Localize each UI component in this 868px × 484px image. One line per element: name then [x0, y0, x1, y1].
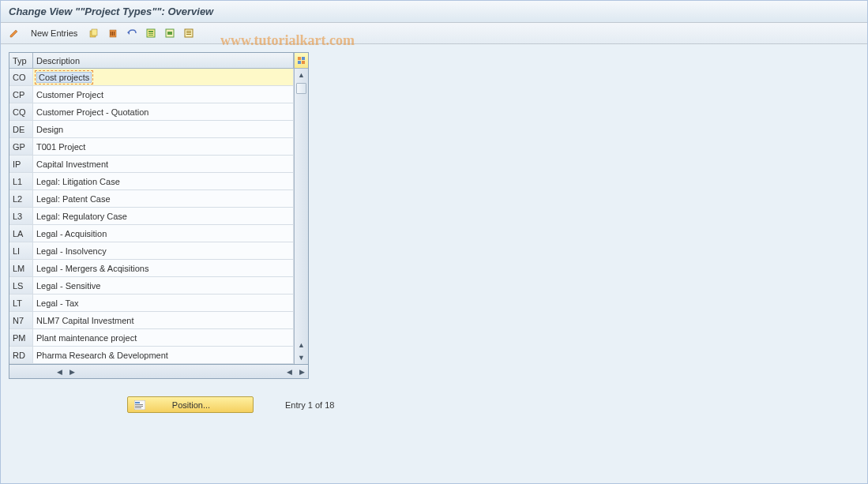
cell-typ[interactable]: GP: [9, 138, 33, 155]
cell-typ[interactable]: L2: [9, 190, 33, 207]
table-row[interactable]: CQCustomer Project - Quotation: [9, 103, 294, 121]
copy-icon[interactable]: [87, 26, 101, 40]
table-row[interactable]: LMLegal - Mergers & Acqisitions: [9, 260, 294, 277]
table-row[interactable]: L1Legal: Litigation Case: [9, 173, 294, 190]
cell-description[interactable]: Legal - Acquisition: [33, 225, 294, 242]
cell-typ[interactable]: L1: [9, 173, 33, 189]
cell-typ[interactable]: N7: [9, 312, 33, 328]
cell-description[interactable]: Capital Investment: [33, 156, 294, 172]
cell-typ[interactable]: CO: [9, 69, 33, 85]
delete-icon[interactable]: [106, 26, 120, 40]
svg-rect-9: [148, 35, 153, 36]
table-row[interactable]: GPT001 Project: [9, 138, 294, 156]
table-row[interactable]: RDPharma Research & Development: [9, 347, 294, 364]
svg-rect-16: [298, 57, 301, 60]
cell-typ[interactable]: CP: [9, 86, 33, 103]
table-row[interactable]: L3Legal: Regulatory Case: [9, 208, 294, 225]
position-icon: [134, 400, 145, 410]
svg-rect-18: [298, 61, 301, 64]
scroll-up-icon[interactable]: ▲: [295, 69, 308, 81]
cell-typ[interactable]: LM: [9, 260, 33, 276]
cell-typ[interactable]: RD: [9, 347, 33, 363]
position-button-label: Position...: [153, 400, 229, 410]
scroll-left-icon[interactable]: ◀: [53, 368, 66, 376]
undo-icon[interactable]: [125, 26, 139, 40]
toolbar: New Entries: [1, 23, 867, 44]
scroll-left-step-icon[interactable]: ◀: [283, 368, 295, 376]
cell-description[interactable]: Customer Project - Quotation: [33, 103, 294, 120]
svg-rect-24: [135, 407, 141, 408]
svg-rect-21: [135, 402, 140, 403]
scroll-right-step-icon[interactable]: ▶: [66, 368, 78, 376]
cell-typ[interactable]: LI: [9, 242, 33, 259]
page-title: Change View ""Project Types"": Overview: [1, 1, 867, 23]
cell-typ[interactable]: LA: [9, 225, 33, 242]
cell-typ[interactable]: LS: [9, 277, 33, 294]
pencil-edit-icon[interactable]: [7, 26, 21, 40]
cell-typ[interactable]: PM: [9, 329, 33, 346]
svg-rect-19: [302, 61, 305, 64]
cell-description[interactable]: Legal: Litigation Case: [33, 173, 294, 189]
table-row[interactable]: DEDesign: [9, 121, 294, 138]
svg-rect-5: [114, 32, 115, 36]
svg-rect-15: [186, 34, 191, 35]
table-row[interactable]: LSLegal - Sensitive: [9, 277, 294, 295]
cell-typ[interactable]: IP: [9, 156, 33, 172]
scroll-step-up-icon[interactable]: ▲: [295, 339, 308, 351]
svg-rect-14: [186, 32, 191, 33]
table-config-icon[interactable]: [295, 53, 308, 69]
cell-typ[interactable]: LT: [9, 295, 33, 311]
entry-status-text: Entry 1 of 18: [285, 400, 334, 410]
table-row[interactable]: LTLegal - Tax: [9, 295, 294, 312]
cell-description[interactable]: Legal - Insolvency: [33, 242, 294, 259]
scroll-thumb[interactable]: [296, 83, 306, 94]
cell-description[interactable]: Legal: Regulatory Case: [33, 208, 294, 224]
cell-description[interactable]: Pharma Research & Development: [33, 347, 294, 363]
svg-rect-7: [148, 31, 153, 32]
table-row[interactable]: COCost projects: [9, 69, 294, 86]
cell-description[interactable]: T001 Project: [33, 138, 294, 155]
horizontal-scrollbar[interactable]: ◀ ▶ ◀ ▶: [9, 365, 309, 379]
svg-rect-8: [148, 33, 153, 34]
svg-rect-4: [112, 32, 113, 36]
table-row[interactable]: IPCapital Investment: [9, 156, 294, 173]
table-row[interactable]: CPCustomer Project: [9, 86, 294, 103]
project-types-table: Typ Description COCost projectsCPCustome…: [9, 52, 309, 365]
svg-rect-23: [135, 406, 143, 407]
svg-rect-22: [135, 404, 143, 405]
deselect-all-icon[interactable]: [182, 26, 196, 40]
vertical-scrollbar[interactable]: ▲ ▲ ▼: [294, 53, 308, 364]
svg-rect-3: [111, 32, 111, 36]
position-button[interactable]: Position...: [127, 396, 254, 413]
cell-description[interactable]: Legal - Sensitive: [33, 277, 294, 294]
cell-description[interactable]: NLM7 Capital Investment: [33, 312, 294, 328]
cell-description[interactable]: Cost projects: [33, 69, 294, 85]
table-row[interactable]: N7NLM7 Capital Investment: [9, 312, 294, 329]
cell-typ[interactable]: CQ: [9, 103, 33, 120]
cell-typ[interactable]: L3: [9, 208, 33, 224]
scroll-down-icon[interactable]: ▼: [295, 351, 308, 364]
cell-description[interactable]: Legal - Tax: [33, 295, 294, 311]
table-row[interactable]: L2Legal: Patent Case: [9, 190, 294, 208]
column-header-typ[interactable]: Typ: [9, 53, 33, 68]
select-all-icon[interactable]: [144, 26, 158, 40]
new-entries-button[interactable]: New Entries: [26, 27, 82, 39]
cell-description[interactable]: Legal - Mergers & Acqisitions: [33, 260, 294, 276]
cell-description[interactable]: Customer Project: [33, 86, 294, 103]
cell-description[interactable]: Plant maintenance project: [33, 329, 294, 346]
select-block-icon[interactable]: [163, 26, 177, 40]
table-row[interactable]: LILegal - Insolvency: [9, 242, 294, 260]
scroll-right-icon[interactable]: ▶: [295, 368, 308, 376]
svg-rect-17: [302, 57, 305, 60]
column-header-description[interactable]: Description: [33, 53, 294, 68]
cell-description[interactable]: Legal: Patent Case: [33, 190, 294, 207]
table-row[interactable]: LALegal - Acquisition: [9, 225, 294, 242]
svg-rect-13: [186, 31, 191, 32]
cell-description[interactable]: Design: [33, 121, 294, 137]
svg-rect-1: [92, 29, 97, 36]
cell-typ[interactable]: DE: [9, 121, 33, 137]
svg-rect-11: [167, 32, 172, 35]
table-row[interactable]: PMPlant maintenance project: [9, 329, 294, 347]
